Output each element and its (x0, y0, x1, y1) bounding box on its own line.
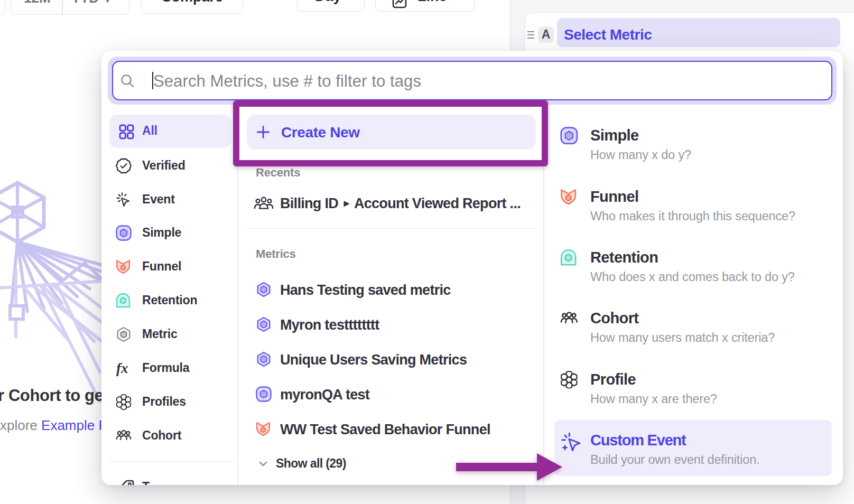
svg-text:fx: fx (116, 360, 128, 376)
